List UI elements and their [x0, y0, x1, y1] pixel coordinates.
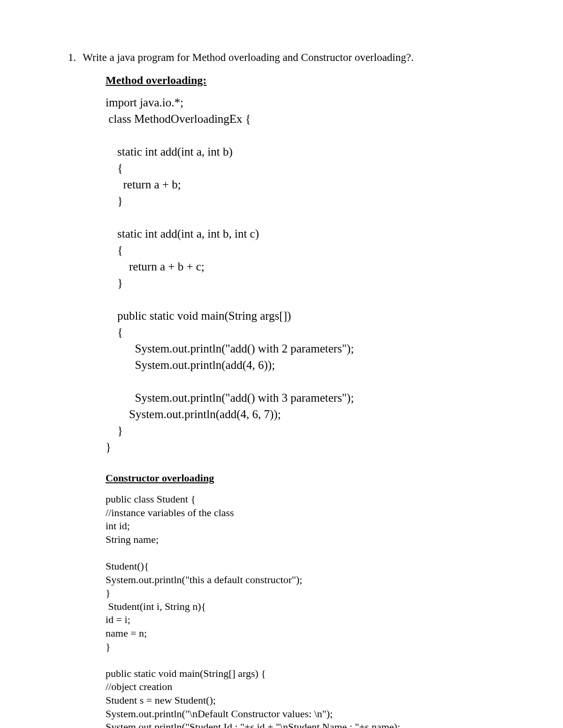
method-overloading-section: Method overloading: import java.io.*; cl… — [106, 74, 495, 455]
constructor-overloading-heading: Constructor overloading — [106, 472, 495, 484]
question-text: Write a java program for Method overload… — [83, 52, 495, 64]
question-number: 1. — [68, 52, 76, 64]
constructor-overloading-section: Constructor overloading public class Stu… — [106, 472, 495, 728]
question-row: 1. Write a java program for Method overl… — [68, 52, 495, 64]
method-overloading-code: import java.io.*; class MethodOverloadin… — [106, 94, 495, 455]
constructor-overloading-code: public class Student { //instance variab… — [106, 493, 495, 728]
method-overloading-heading: Method overloading: — [106, 74, 495, 87]
